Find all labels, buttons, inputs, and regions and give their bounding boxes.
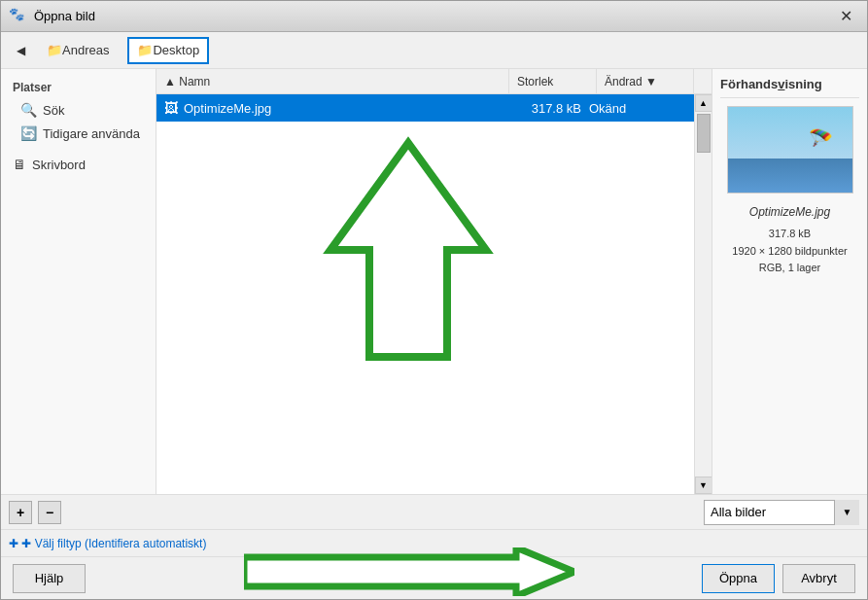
buttons-row: Hjälp Öppna Avbryt — [1, 556, 867, 599]
close-button[interactable]: ✕ — [832, 5, 859, 28]
file-type-select[interactable]: Alla bilder JPEG (*.jpg) PNG (*.png) TIF… — [704, 500, 859, 525]
file-list-body: 🖼 OptimizeMe.jpg 317.8 kB Okänd — [156, 94, 694, 494]
main-area: Platser 🔍 Sök 🔄 Tidigare använda 🖥 Skriv… — [1, 69, 867, 494]
kite-icon: 🪂 — [809, 126, 833, 150]
folder-icon-desktop: 📁 — [137, 43, 153, 57]
search-icon: 🔍 — [20, 102, 37, 118]
toolbar: ◀ 📁 Andreas 📁 Desktop — [1, 32, 867, 69]
desktop-folder-icon: 🖥 — [13, 157, 26, 172]
remove-button[interactable]: − — [38, 501, 61, 524]
title-bar: 🐾 Öppna bild ✕ — [1, 1, 867, 32]
preview-size: 317.8 kB — [732, 226, 847, 243]
preview-panel: Förhandsvisning 🪂 OptimizeMe.jpg 317.8 k… — [712, 69, 867, 494]
file-row-optimizeme[interactable]: 🖼 OptimizeMe.jpg 317.8 kB Okänd — [156, 94, 694, 122]
preview-image: 🪂 — [727, 106, 853, 194]
scrollbar[interactable]: ▲ ▼ — [694, 94, 712, 494]
scroll-down-arrow[interactable]: ▼ — [695, 476, 712, 494]
preview-filename: OptimizeMe.jpg — [732, 203, 847, 222]
bottom-bar: + − Alla bilder JPEG (*.jpg) PNG (*.png)… — [1, 494, 867, 529]
preview-header: Förhandsvisning — [720, 77, 859, 98]
sidebar: Platser 🔍 Sök 🔄 Tidigare använda 🖥 Skriv… — [1, 69, 156, 494]
col-header-size[interactable]: Storlek — [509, 69, 597, 93]
filter-bar: ✚ ✚ Välj filtyp (Identifiera automatiskt… — [1, 529, 867, 556]
preview-dimensions: 1920 × 1280 bildpunkter — [732, 243, 847, 261]
help-button[interactable]: Hjälp — [13, 564, 86, 593]
filter-text[interactable]: ✚ ✚ Välj filtyp (Identifiera automatiskt… — [9, 537, 206, 550]
sidebar-item-sok[interactable]: 🔍 Sök — [1, 98, 156, 122]
image-file-icon: 🖼 — [164, 100, 178, 116]
file-type-wrapper: Alla bilder JPEG (*.jpg) PNG (*.png) TIF… — [704, 500, 859, 525]
open-image-dialog: 🐾 Öppna bild ✕ ◀ 📁 Andreas 📁 Desktop Pla… — [0, 0, 868, 600]
breadcrumb-andreas[interactable]: 📁 Andreas — [38, 37, 118, 64]
col-header-name[interactable]: ▲ Namn — [156, 69, 509, 93]
back-button[interactable]: ◀ — [7, 37, 34, 64]
scroll-header — [694, 69, 712, 93]
file-list-header: ▲ Namn Storlek Ändrad ▼ — [156, 69, 712, 94]
cancel-button[interactable]: Avbryt — [782, 564, 855, 593]
scroll-up-arrow[interactable]: ▲ — [695, 94, 712, 112]
preview-colormode: RGB, 1 lager — [732, 260, 847, 277]
folder-icon: 📁 — [47, 43, 62, 57]
scroll-thumb[interactable] — [697, 114, 711, 153]
sidebar-item-tidigare[interactable]: 🔄 Tidigare använda — [1, 122, 156, 145]
recent-icon: 🔄 — [20, 125, 37, 141]
left-arrow-icon: ◀ — [17, 44, 25, 57]
breadcrumb-desktop[interactable]: 📁 Desktop — [127, 37, 209, 64]
sidebar-section-platser[interactable]: Platser — [1, 77, 156, 98]
col-header-modified[interactable]: Ändrad ▼ — [597, 69, 694, 93]
sidebar-item-skrivbord[interactable]: 🖥 Skrivbord — [1, 153, 156, 176]
preview-info: OptimizeMe.jpg 317.8 kB 1920 × 1280 bild… — [732, 203, 847, 277]
add-button[interactable]: + — [9, 501, 32, 524]
app-icon: 🐾 — [9, 7, 28, 26]
svg-marker-0 — [330, 143, 486, 357]
open-button[interactable]: Öppna — [702, 564, 775, 593]
window-title: Öppna bild — [34, 9, 832, 23]
annotation-arrow-up — [321, 133, 496, 370]
file-list-area: ▲ Namn Storlek Ändrad ▼ 🖼 OptimizeMe.jpg — [156, 69, 712, 494]
